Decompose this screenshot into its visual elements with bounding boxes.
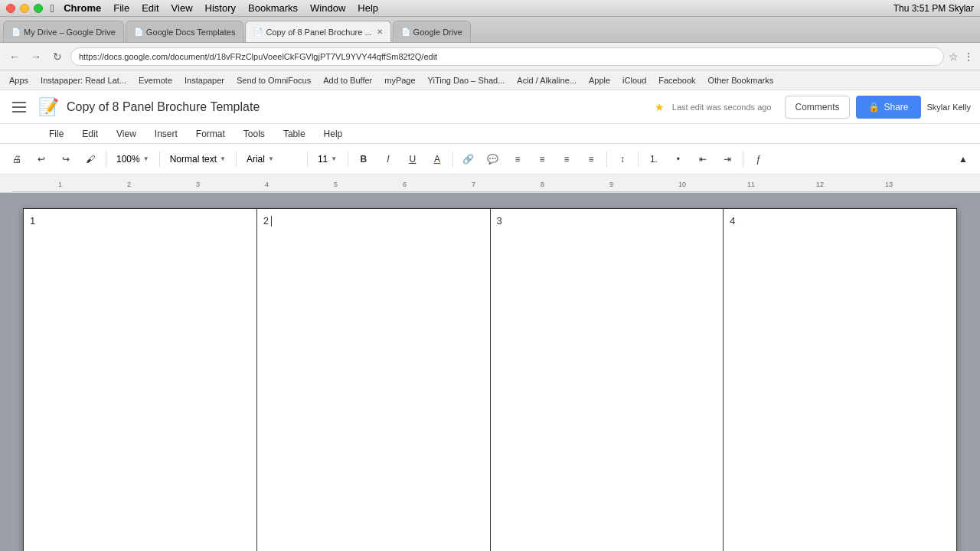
bookmark-facebook[interactable]: Facebook xyxy=(655,74,698,86)
mac-menu-file[interactable]: File xyxy=(113,2,129,14)
reload-button[interactable]: ↻ xyxy=(49,48,66,65)
tab-close-icon[interactable]: ✕ xyxy=(377,28,383,36)
justify-button[interactable]: ≡ xyxy=(580,148,602,170)
sidebar-toggle-button[interactable] xyxy=(9,96,31,118)
font-size-value: 11 xyxy=(318,154,328,165)
doc-title[interactable]: Copy of 8 Panel Brochure Template xyxy=(67,100,644,114)
cell-number-3: 3 xyxy=(497,215,502,227)
font-size-dropdown[interactable]: 11 ▼ xyxy=(312,148,343,170)
undo-button[interactable]: ↩ xyxy=(31,148,52,170)
ruler-inner: 1 2 3 4 5 6 7 8 9 10 11 12 13 xyxy=(12,174,980,192)
zoom-dropdown[interactable]: 100% ▼ xyxy=(111,148,155,170)
align-right-button[interactable]: ≡ xyxy=(556,148,577,170)
menu-help[interactable]: Help xyxy=(321,127,346,141)
address-input[interactable] xyxy=(70,47,944,66)
line-spacing-button[interactable]: ↕ xyxy=(612,148,633,170)
svg-text:13: 13 xyxy=(885,181,893,188)
print-button[interactable]: 🖨 xyxy=(6,148,28,170)
underline-button[interactable]: U xyxy=(402,148,423,170)
comments-button[interactable]: Comments xyxy=(785,96,849,119)
mac-menu-chrome[interactable]: Chrome xyxy=(64,2,101,14)
menu-view[interactable]: View xyxy=(113,127,139,141)
chrome-menu-icon[interactable]: ⋮ xyxy=(963,51,974,63)
redo-button[interactable]: ↪ xyxy=(55,148,77,170)
mac-menu-window[interactable]: Window xyxy=(310,2,345,14)
tab-brochure[interactable]: 📄 Copy of 8 Panel Brochure ... ✕ xyxy=(245,21,390,42)
tab-google-drive[interactable]: 📄 Google Drive xyxy=(393,21,471,42)
tab-my-drive[interactable]: 📄 My Drive – Google Drive xyxy=(3,21,124,42)
tab-docs-templates[interactable]: 📄 Google Docs Templates xyxy=(126,21,244,42)
cell-number-2: 2 xyxy=(263,215,269,227)
menu-file[interactable]: File xyxy=(46,127,67,141)
bold-button[interactable]: B xyxy=(353,148,374,170)
table-row: 1 2 3 4 xyxy=(24,209,957,552)
comment-button[interactable]: 💬 xyxy=(482,148,504,170)
numbered-list-button[interactable]: 1. xyxy=(643,148,665,170)
font-value: Arial xyxy=(247,154,265,165)
close-button[interactable] xyxy=(6,4,15,13)
table-cell-2[interactable]: 2 xyxy=(256,209,490,552)
chrome-addressbar: ← → ↻ ☆ ⋮ xyxy=(0,43,980,70)
mac-clock: Thu 3:51 PM Skylar xyxy=(893,3,974,14)
bookmark-icloud[interactable]: iCloud xyxy=(619,74,649,86)
back-button[interactable]: ← xyxy=(6,48,23,65)
style-dropdown[interactable]: Normal text ▼ xyxy=(165,148,231,170)
text-color-button[interactable]: A xyxy=(426,148,448,170)
italic-button[interactable]: I xyxy=(377,148,399,170)
table-cell-4[interactable]: 4 xyxy=(724,209,957,552)
increase-indent-button[interactable]: ⇥ xyxy=(717,148,738,170)
docs-icon: 📝 xyxy=(38,97,59,117)
bookmark-instapaper2[interactable]: Instapaper xyxy=(181,74,227,86)
menu-format[interactable]: Format xyxy=(193,127,228,141)
last-edit-status: Last edit was seconds ago xyxy=(672,103,772,112)
share-label: Share xyxy=(884,102,909,112)
menu-tools[interactable]: Tools xyxy=(240,127,268,141)
star-icon[interactable]: ★ xyxy=(655,101,665,113)
menu-insert[interactable]: Insert xyxy=(152,127,181,141)
bookmark-mypage[interactable]: myPage xyxy=(381,74,418,86)
mac-menu-bookmarks[interactable]: Bookmarks xyxy=(248,2,298,14)
collapse-toolbar-button[interactable]: ▲ xyxy=(952,148,974,170)
zoom-value: 100% xyxy=(116,154,140,165)
format-paint-button[interactable]: 🖌 xyxy=(80,148,101,170)
font-dropdown[interactable]: Arial ▼ xyxy=(241,148,302,170)
apple-menu[interactable]:  xyxy=(51,2,54,15)
svg-text:11: 11 xyxy=(747,181,755,188)
bookmark-yiting[interactable]: YiTing Dao – Shad... xyxy=(425,74,508,86)
share-button[interactable]: 🔒 Share xyxy=(856,96,921,119)
bulleted-list-button[interactable]: • xyxy=(668,148,689,170)
table-cell-1[interactable]: 1 xyxy=(24,209,257,552)
bookmark-apple[interactable]: Apple xyxy=(586,74,613,86)
menu-table[interactable]: Table xyxy=(280,127,309,141)
tab-icon: 📄 xyxy=(253,28,263,36)
mac-menu-edit[interactable]: Edit xyxy=(142,2,158,14)
bookmark-other[interactable]: Other Bookmarks xyxy=(705,74,777,86)
align-left-button[interactable]: ≡ xyxy=(507,148,528,170)
bookmark-buffer[interactable]: Add to Buffer xyxy=(320,74,375,86)
mac-menu-history[interactable]: History xyxy=(205,2,236,14)
bookmark-instapaper[interactable]: Instapaper: Read Lat... xyxy=(38,74,129,86)
chrome-tabs-bar: 📄 My Drive – Google Drive 📄 Google Docs … xyxy=(0,17,980,43)
chevron-down-icon: ▼ xyxy=(143,155,149,162)
maximize-button[interactable] xyxy=(34,4,43,13)
mac-menu-help[interactable]: Help xyxy=(358,2,378,14)
table-cell-3[interactable]: 3 xyxy=(490,209,724,552)
minimize-button[interactable] xyxy=(20,4,29,13)
bookmark-apps[interactable]: Apps xyxy=(6,74,31,86)
bookmark-acid[interactable]: Acid / Alkaline... xyxy=(514,74,580,86)
bookmark-evernote[interactable]: Evernote xyxy=(136,74,175,86)
user-avatar[interactable]: Skylar Kelly xyxy=(927,103,971,112)
bookmark-star-icon[interactable]: ☆ xyxy=(949,51,959,63)
menu-edit[interactable]: Edit xyxy=(79,127,101,141)
link-button[interactable]: 🔗 xyxy=(458,148,479,170)
align-center-button[interactable]: ≡ xyxy=(531,148,553,170)
chevron-down-icon: ▼ xyxy=(268,155,274,162)
bookmark-omnifocus[interactable]: Send to OmniFocus xyxy=(234,74,314,86)
mac-menu-view[interactable]: View xyxy=(172,2,193,14)
function-button[interactable]: ƒ xyxy=(748,148,769,170)
toolbar-divider xyxy=(159,152,160,167)
docs-canvas[interactable]: 1 2 3 4 xyxy=(0,193,980,551)
forward-button[interactable]: → xyxy=(28,48,44,65)
decrease-indent-button[interactable]: ⇤ xyxy=(692,148,714,170)
svg-text:4: 4 xyxy=(265,181,269,188)
